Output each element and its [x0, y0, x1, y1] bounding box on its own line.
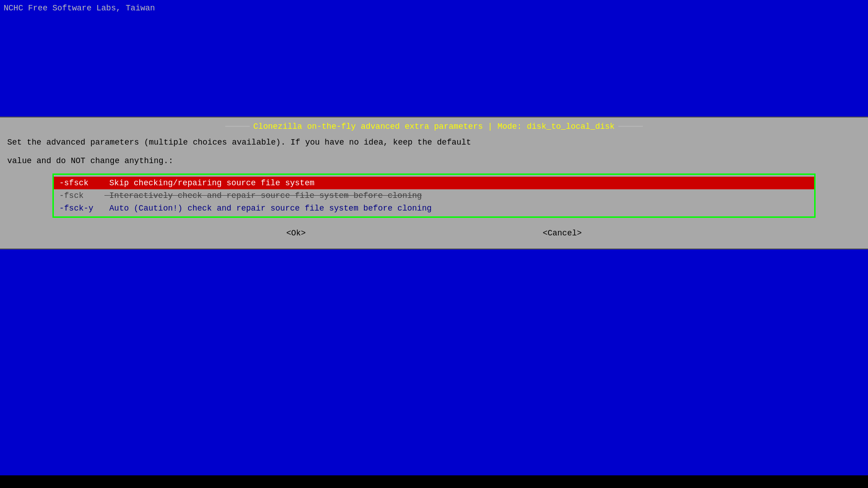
cancel-button[interactable]: <Cancel> — [537, 227, 587, 239]
option-fsck-y-desc: Auto (Caution!) check and repair source … — [109, 204, 432, 213]
buttons-row: <Ok> <Cancel> — [7, 227, 861, 239]
option-fsck-y[interactable]: -fsck-y Auto (Caution!) check and repair… — [54, 202, 814, 215]
option-sfsck-desc: Skip checking/repairing source file syst… — [109, 178, 315, 188]
ok-button[interactable]: <Ok> — [281, 227, 311, 239]
header-text: NCHC Free Software Labs, Taiwan — [4, 4, 155, 13]
option-sfsck[interactable]: -sfsck Skip checking/repairing source fi… — [54, 177, 814, 189]
bottom-bar — [0, 475, 868, 488]
title-line-left: ───── — [225, 122, 250, 131]
option-fsck-y-key: -fsck-y — [59, 204, 104, 213]
dialog-description-line1: Set the advanced parameters (multiple ch… — [7, 136, 861, 149]
option-fsck[interactable]: -fsck Interactively check and repair sou… — [54, 189, 814, 202]
dialog-area: ───── Clonezilla on-the-fly advanced ext… — [0, 117, 868, 249]
option-fsck-desc: Interactively check and repair source fi… — [109, 191, 422, 200]
dialog-description-line2: value and do NOT change anything.: — [7, 155, 861, 167]
dialog-title-bar: ───── Clonezilla on-the-fly advanced ext… — [7, 122, 861, 131]
title-line-right: ───── — [618, 122, 643, 131]
options-box: -sfsck Skip checking/repairing source fi… — [52, 174, 816, 218]
option-sfsck-key: -sfsck — [59, 178, 104, 188]
dialog-title: Clonezilla on-the-fly advanced extra par… — [250, 122, 618, 131]
option-fsck-key: -fsck — [59, 191, 104, 200]
